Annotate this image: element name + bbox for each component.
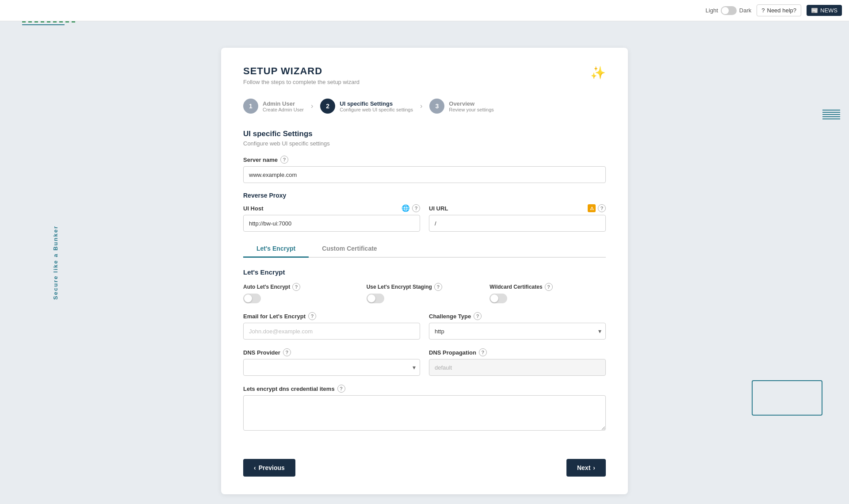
previous-button[interactable]: ‹ Previous [243, 459, 295, 477]
dns-credential-textarea[interactable] [243, 395, 606, 431]
step-3-circle: 3 [429, 99, 444, 114]
need-help-button[interactable]: ? Need help? [757, 4, 801, 16]
challenge-type-select-wrapper: http dns tls-alpn ▾ [429, 323, 606, 340]
dns-provider-group: DNS Provider ? ▾ [243, 348, 420, 376]
auto-le-label: Auto Let's Encrypt ? [243, 283, 359, 291]
dns-propagation-label-row: DNS Propagation ? [429, 348, 606, 356]
tab-custom-cert[interactable]: Custom Certificate [309, 241, 390, 258]
news-icon: 📰 [811, 7, 818, 14]
ui-host-label-row: UI Host 🌐 ? [243, 204, 420, 212]
bottom-nav: ‹ Previous Next › [243, 450, 606, 477]
step-2-circle: 2 [320, 99, 335, 114]
topbar: Light Dark ? Need help? 📰 NEWS [0, 0, 849, 21]
auto-le-help-icon[interactable]: ? [292, 283, 300, 291]
sidebar-tagline: Secure like a Bunker [52, 225, 59, 300]
dns-credential-help-icon[interactable]: ? [337, 385, 345, 393]
theme-toggle[interactable]: Light Dark [706, 6, 752, 15]
theme-toggle-thumb [722, 7, 729, 14]
challenge-type-group: Challenge Type ? http dns tls-alpn ▾ [429, 312, 606, 340]
dns-credential-label-row: Lets encrypt dns credential items ? [243, 385, 606, 393]
sidebar-right [738, 21, 849, 504]
dns-row: DNS Provider ? ▾ DNS Propagation ? [243, 348, 606, 385]
theme-toggle-track[interactable] [721, 6, 737, 15]
dns-provider-help-icon[interactable]: ? [283, 348, 291, 356]
cert-tabs: Let's Encrypt Custom Certificate [243, 241, 606, 258]
use-le-staging-label: Use Let's Encrypt Staging ? [367, 283, 483, 291]
section-subtitle: Configure web UI specific settings [243, 140, 606, 147]
step-1: 1 Admin User Create Admin User [243, 99, 304, 114]
ui-url-help-icon[interactable]: ? [598, 204, 606, 212]
step-1-circle: 1 [243, 99, 258, 114]
next-button[interactable]: Next › [566, 459, 606, 477]
ui-url-label-row: UI URL ⚠ ? [429, 204, 606, 212]
previous-label: Previous [259, 464, 285, 471]
ui-host-help-icon[interactable]: ? [412, 204, 420, 212]
challenge-type-help-icon[interactable]: ? [474, 312, 482, 320]
need-help-label: Need help? [767, 7, 797, 14]
wildcard-certs-toggle[interactable] [490, 294, 507, 303]
toggles-row: Auto Let's Encrypt ? Use Let's Encrypt S… [243, 283, 606, 303]
tab-lets-encrypt[interactable]: Let's Encrypt [243, 241, 309, 258]
next-label: Next [577, 464, 590, 471]
step-3-desc: Review your settings [449, 107, 494, 112]
server-name-group: Server name ? [243, 156, 606, 183]
dns-propagation-group: DNS Propagation ? [429, 348, 606, 376]
dns-propagation-input[interactable] [429, 359, 606, 376]
wildcard-certs-group: Wildcard Certificates ? [490, 283, 606, 303]
step-1-info: Admin User Create Admin User [263, 100, 304, 112]
auto-le-thumb [244, 294, 252, 302]
main-container: SETUP WIZARD Follow the steps to complet… [0, 21, 849, 504]
dns-credential-group: Lets encrypt dns credential items ? [243, 385, 606, 432]
step-2-info: UI specific Settings Configure web UI sp… [340, 100, 413, 112]
step-2-name: UI specific Settings [340, 100, 413, 107]
dns-propagation-help-icon[interactable]: ? [479, 348, 487, 356]
section-title: UI specific Settings [243, 130, 606, 138]
lets-encrypt-section: Let's Encrypt Auto Let's Encrypt ? Use L… [243, 268, 606, 432]
use-le-staging-toggle[interactable] [367, 294, 384, 303]
step-3-info: Overview Review your settings [449, 100, 494, 112]
wizard-card: SETUP WIZARD Follow the steps to complet… [221, 48, 628, 494]
use-le-staging-help-icon[interactable]: ? [434, 283, 442, 291]
wizard-subtitle: Follow the steps to complete the setup w… [243, 79, 359, 85]
step-3: 3 Overview Review your settings [429, 99, 494, 114]
server-name-help-icon[interactable]: ? [280, 156, 288, 164]
step-arrow-2: › [420, 102, 422, 110]
reverse-proxy-label: Reverse Proxy [243, 192, 606, 199]
news-label: NEWS [820, 7, 838, 14]
step-2: 2 UI specific Settings Configure web UI … [320, 99, 413, 114]
email-challenge-row: Email for Let's Encrypt ? Challenge Type… [243, 312, 606, 348]
dns-provider-label-row: DNS Provider ? [243, 348, 420, 356]
chevron-right-icon: › [593, 464, 595, 471]
sidebar-left: Secure like a Bunker [0, 21, 111, 504]
ui-url-input[interactable] [429, 215, 606, 232]
auto-le-toggle[interactable] [243, 294, 261, 303]
email-le-group: Email for Let's Encrypt ? [243, 312, 420, 340]
email-le-label-row: Email for Let's Encrypt ? [243, 312, 420, 320]
dns-provider-select[interactable] [243, 359, 420, 376]
challenge-type-label-row: Challenge Type ? [429, 312, 606, 320]
ui-host-input[interactable] [243, 215, 420, 232]
email-le-help-icon[interactable]: ? [308, 312, 316, 320]
step-arrow-1: › [311, 102, 313, 110]
le-section-title: Let's Encrypt [243, 268, 606, 276]
wildcard-certs-help-icon[interactable]: ? [545, 283, 553, 291]
light-label: Light [706, 7, 718, 14]
ui-url-group: UI URL ⚠ ? [429, 204, 606, 232]
steps-bar: 1 Admin User Create Admin User › 2 UI sp… [243, 99, 606, 114]
server-name-label: Server name ? [243, 156, 606, 164]
news-button[interactable]: 📰 NEWS [807, 5, 842, 16]
email-le-input[interactable] [243, 323, 420, 340]
wizard-header: SETUP WIZARD Follow the steps to complet… [243, 65, 606, 85]
globe-icon: 🌐 [402, 204, 410, 212]
challenge-type-select[interactable]: http dns tls-alpn [429, 323, 606, 340]
wizard-wand-icon: ✨ [590, 65, 606, 80]
dark-label: Dark [739, 7, 751, 14]
wildcard-certs-thumb [490, 294, 498, 302]
dns-provider-select-wrapper: ▾ [243, 359, 420, 376]
step-1-name: Admin User [263, 100, 304, 107]
wildcard-certs-label: Wildcard Certificates ? [490, 283, 606, 291]
shield-warning-icon: ⚠ [588, 204, 596, 212]
server-name-input[interactable] [243, 166, 606, 183]
reverse-proxy-row: UI Host 🌐 ? UI URL ⚠ ? [243, 204, 606, 241]
step-3-name: Overview [449, 100, 494, 107]
